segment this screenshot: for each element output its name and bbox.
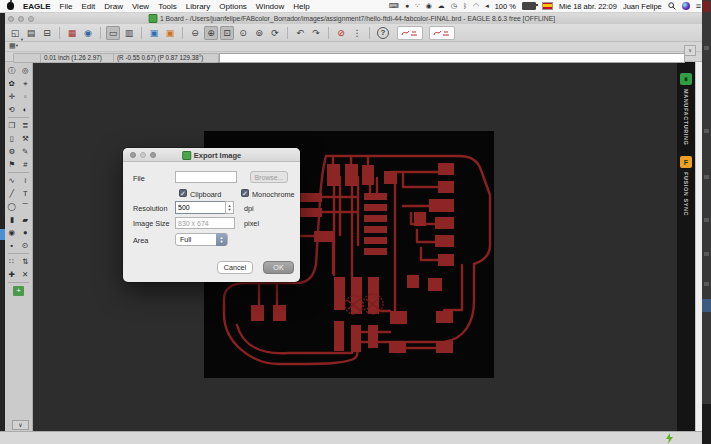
tool-icon[interactable]: ⌒ bbox=[19, 201, 31, 212]
menu-window[interactable]: Window bbox=[256, 2, 284, 11]
open-board-button[interactable]: ◱▾ bbox=[8, 26, 22, 40]
tool-icon[interactable]: ✛ bbox=[6, 91, 18, 102]
tool-icon[interactable]: ▮ bbox=[6, 214, 18, 225]
coord-mode-toggle[interactable] bbox=[13, 53, 41, 63]
creative-cloud-icon[interactable]: ∵ bbox=[415, 2, 419, 10]
language-flag-icon[interactable] bbox=[542, 2, 553, 10]
command-input[interactable] bbox=[219, 53, 685, 63]
add-tool-button[interactable]: + bbox=[13, 286, 24, 296]
tool-icon[interactable]: ▯ bbox=[6, 133, 18, 144]
dialog-close-button[interactable] bbox=[130, 152, 136, 158]
dropbox-icon[interactable]: ● bbox=[405, 2, 409, 10]
tool-icon[interactable]: ✕ bbox=[19, 269, 31, 280]
grid-settings-button[interactable]: ▦▾ bbox=[9, 42, 18, 50]
tool-icon[interactable]: ⊙ bbox=[19, 240, 31, 251]
wifi-icon[interactable]: ◠ bbox=[473, 2, 479, 10]
keyboard-icon[interactable]: ⌨ bbox=[389, 2, 399, 10]
help-button[interactable]: ? bbox=[377, 27, 389, 39]
tool-icon[interactable]: ✚ bbox=[6, 269, 18, 280]
tool-icon[interactable]: ▫ bbox=[19, 91, 31, 102]
tool-icon[interactable]: ⌖ bbox=[19, 78, 31, 89]
zoom-redraw-button[interactable]: ⊚ bbox=[252, 26, 266, 40]
menu-tools[interactable]: Tools bbox=[158, 2, 177, 11]
print-button[interactable]: ⊟ bbox=[40, 26, 54, 40]
sidebar-collapse-button[interactable]: ∨ bbox=[12, 420, 29, 430]
menu-library[interactable]: Library bbox=[186, 2, 210, 11]
siri-icon[interactable] bbox=[682, 2, 690, 10]
cancel-button[interactable]: Cancel bbox=[217, 261, 253, 274]
tool-icon[interactable]: ❐ bbox=[6, 120, 18, 131]
tool-icon[interactable]: ✎ bbox=[19, 146, 31, 157]
menu-eagle[interactable]: EAGLE bbox=[23, 2, 51, 11]
notification-center-icon[interactable]: ≡ bbox=[696, 2, 701, 10]
menu-file[interactable]: File bbox=[60, 2, 73, 11]
tool-icon[interactable]: ∿ bbox=[6, 175, 18, 186]
display-layers-button[interactable]: ▥ bbox=[122, 26, 136, 40]
info-button[interactable]: ▭ bbox=[106, 26, 120, 40]
clipboard-checkbox[interactable]: ✓ bbox=[179, 189, 187, 197]
run-ulp-button[interactable]: ▣ bbox=[163, 26, 177, 40]
zoom-fit-button[interactable]: ⊡ bbox=[220, 26, 234, 40]
tool-icon[interactable]: ⟲ bbox=[6, 104, 18, 115]
refresh-button[interactable]: ⟳ bbox=[268, 26, 282, 40]
tool-icon[interactable]: ◎ bbox=[19, 65, 31, 76]
tool-icon[interactable]: ▪ bbox=[6, 240, 18, 251]
tool-icon[interactable]: ╱ bbox=[6, 188, 18, 199]
stop-button[interactable]: ⊘ bbox=[334, 26, 348, 40]
time-machine-icon[interactable]: ◷ bbox=[451, 2, 457, 10]
tool-icon[interactable]: T bbox=[19, 188, 31, 199]
battery-icon[interactable] bbox=[522, 2, 536, 10]
ok-button[interactable]: OK bbox=[263, 261, 294, 274]
dialog-zoom-button[interactable] bbox=[150, 152, 156, 158]
browse-button[interactable]: Browse... bbox=[250, 171, 288, 183]
tool-icon[interactable]: ⓘ bbox=[6, 65, 18, 76]
tool-icon[interactable]: ◯ bbox=[6, 201, 18, 212]
zoom-in-button[interactable]: ⊕ bbox=[204, 26, 218, 40]
redo-button[interactable]: ↷ bbox=[309, 26, 323, 40]
tool-icon[interactable]: ≣ bbox=[19, 120, 31, 131]
resolution-input[interactable] bbox=[175, 201, 226, 214]
eagleup-vendor-button[interactable] bbox=[397, 26, 423, 40]
open-schematic-button[interactable]: ◉ bbox=[81, 26, 95, 40]
bluetooth-icon[interactable]: ᛒ bbox=[463, 2, 467, 10]
tool-icon[interactable]: ⚑ bbox=[6, 159, 18, 170]
options-button[interactable]: ⋮ bbox=[350, 26, 364, 40]
tool-icon[interactable]: ◉ bbox=[6, 227, 18, 238]
resolution-stepper[interactable]: ▲▼ bbox=[225, 201, 234, 214]
volume-icon[interactable]: ◂ bbox=[485, 2, 489, 10]
menu-edit[interactable]: Edit bbox=[81, 2, 95, 11]
area-dropdown[interactable]: Full ▲▼ bbox=[175, 233, 228, 246]
dialog-minimize-button[interactable] bbox=[140, 152, 146, 158]
zoom-select-button[interactable]: ⊙ bbox=[236, 26, 250, 40]
file-input[interactable] bbox=[175, 171, 237, 183]
location-icon[interactable]: ◉ bbox=[426, 2, 432, 10]
menu-clock[interactable]: Mié 18 abr. 22:09 bbox=[559, 2, 617, 11]
tab-manufacturing[interactable]: ∎MANUFACTURING bbox=[677, 73, 695, 145]
menu-options[interactable]: Options bbox=[219, 2, 247, 11]
tool-icon[interactable]: ● bbox=[19, 227, 31, 238]
menu-help[interactable]: Help bbox=[293, 2, 309, 11]
run-script-button[interactable]: ▣ bbox=[147, 26, 161, 40]
apple-menu-icon[interactable] bbox=[7, 2, 14, 10]
tool-icon[interactable]: ◐ bbox=[19, 104, 31, 115]
window-close-button[interactable] bbox=[8, 16, 14, 22]
tool-icon[interactable]: ⇅ bbox=[19, 256, 31, 267]
save-button[interactable]: ▤ bbox=[24, 26, 38, 40]
pcb-service-vendor-button[interactable] bbox=[429, 26, 455, 40]
spotlight-search-icon[interactable] bbox=[668, 2, 676, 10]
menu-draw[interactable]: Draw bbox=[104, 2, 123, 11]
tool-icon[interactable]: ✿ bbox=[6, 78, 18, 89]
window-minimize-button[interactable] bbox=[18, 16, 24, 22]
user-menu[interactable]: Juan Felipe bbox=[623, 2, 662, 11]
scrollbar-strip[interactable] bbox=[695, 24, 702, 431]
tool-icon[interactable]: ⚙ bbox=[6, 146, 18, 157]
tab-fusion-sync[interactable]: FFUSION SYNC bbox=[677, 156, 695, 216]
tool-icon[interactable]: ≀ bbox=[19, 175, 31, 186]
window-zoom-button[interactable] bbox=[28, 16, 34, 22]
cam-processor-button[interactable]: ▦ bbox=[65, 26, 79, 40]
tool-icon[interactable]: ∷ bbox=[6, 256, 18, 267]
panel-dropdown-button[interactable]: ∨ bbox=[684, 45, 696, 56]
dialog-title-bar[interactable]: Export Image bbox=[123, 148, 300, 162]
menu-view[interactable]: View bbox=[132, 2, 149, 11]
cloud-icon[interactable]: ☁ bbox=[438, 2, 445, 10]
